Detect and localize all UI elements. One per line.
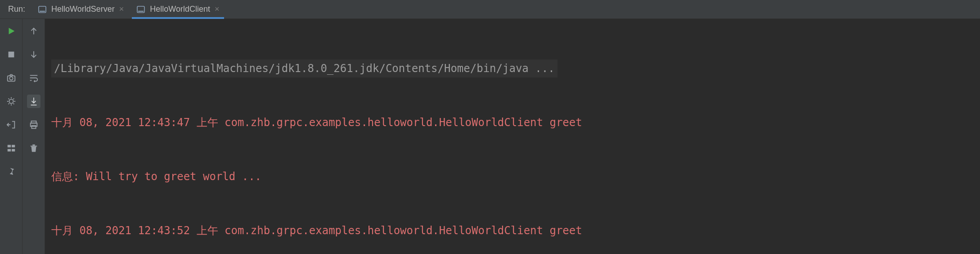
svg-rect-4 [8, 52, 14, 58]
run-tabbar: Run: HelloWorldServer × HelloWorldClient… [0, 0, 980, 19]
scroll-to-end-icon[interactable] [27, 95, 40, 108]
svg-rect-8 [7, 145, 10, 148]
run-config-icon [136, 5, 145, 14]
close-icon[interactable]: × [215, 5, 220, 14]
log-line: 十月 08, 2021 12:43:52 上午 com.zhb.grpc.exa… [51, 222, 974, 240]
log-line: 信息: Will try to greet world ... [51, 168, 974, 186]
up-icon[interactable] [27, 24, 40, 38]
svg-rect-10 [7, 149, 10, 152]
svg-rect-1 [40, 11, 45, 12]
svg-point-7 [9, 99, 13, 103]
print-icon[interactable] [27, 118, 40, 132]
left-gutter [0, 19, 22, 254]
camera-icon[interactable] [4, 71, 18, 85]
wrap-icon[interactable] [27, 71, 40, 85]
svg-rect-9 [11, 145, 14, 148]
second-gutter [22, 19, 45, 254]
svg-rect-11 [11, 149, 14, 152]
run-config-icon [38, 5, 47, 14]
command-line: /Library/Java/JavaVirtualMachines/jdk1.8… [51, 59, 557, 77]
svg-rect-3 [138, 11, 144, 12]
layout-icon[interactable] [4, 141, 18, 155]
pin-icon[interactable] [4, 165, 18, 178]
run-label: Run: [0, 0, 31, 18]
trash-icon[interactable] [27, 141, 40, 155]
close-icon[interactable]: × [119, 5, 124, 14]
debug-icon[interactable] [4, 95, 18, 108]
exit-icon[interactable] [4, 118, 18, 132]
run-icon[interactable] [4, 24, 18, 38]
tab-helloworldserver[interactable]: HelloWorldServer × [31, 0, 130, 18]
svg-point-6 [9, 77, 13, 80]
log-line: 十月 08, 2021 12:43:47 上午 com.zhb.grpc.exa… [51, 113, 974, 132]
down-icon[interactable] [27, 48, 40, 61]
tab-helloworldclient[interactable]: HelloWorldClient × [130, 0, 225, 18]
tab-label: HelloWorldServer [51, 5, 115, 14]
tab-label: HelloWorldClient [150, 5, 210, 14]
console-output[interactable]: /Library/Java/JavaVirtualMachines/jdk1.8… [45, 19, 980, 254]
stop-icon[interactable] [4, 48, 18, 61]
